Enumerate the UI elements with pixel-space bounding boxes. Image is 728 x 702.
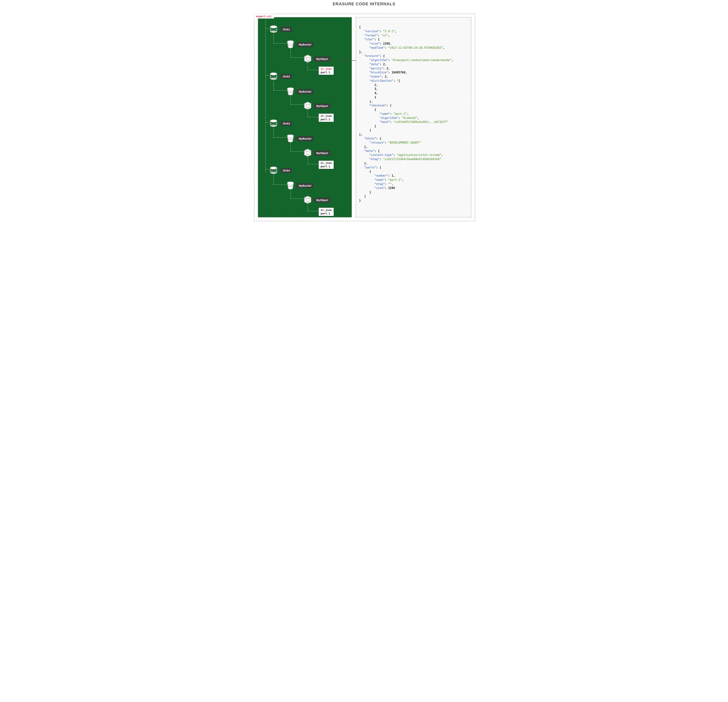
branch xyxy=(266,75,269,75)
bucket-icon xyxy=(286,181,295,190)
file-xljson: xl.json xyxy=(321,208,332,212)
file-box: xl.json part.1 xyxy=(318,161,334,169)
branch xyxy=(308,157,319,164)
bucket-label: MyBucket xyxy=(297,89,313,94)
disk-label: Disk2 xyxy=(281,74,292,79)
disk-label: Disk3 xyxy=(281,121,292,126)
file-box: xl.json part.1 xyxy=(318,113,334,122)
tree-trunk xyxy=(266,20,266,172)
disk-label: Disk1 xyxy=(281,27,292,32)
object-icon xyxy=(303,148,312,157)
bucket-label: MyBucket xyxy=(297,42,313,47)
object-label: MyObject xyxy=(314,198,330,203)
disk-icon xyxy=(269,25,278,34)
object-icon xyxy=(303,54,312,63)
branch xyxy=(308,204,319,211)
branch xyxy=(308,110,319,117)
file-part: part.1 xyxy=(321,118,332,121)
link-xljson-to-panel xyxy=(337,60,356,61)
disk-label: Disk4 xyxy=(281,168,292,173)
file-xljson: xl.json xyxy=(321,67,332,71)
branch xyxy=(290,190,304,199)
branch xyxy=(266,122,269,123)
branch xyxy=(266,169,269,169)
bucket-icon xyxy=(286,87,295,96)
disk-icon xyxy=(269,166,278,175)
branch xyxy=(273,81,287,91)
json-content: { “version”: “1.0.1”, “format”: “xl”, “s… xyxy=(359,25,468,215)
object-label: MyObject xyxy=(314,104,330,109)
file-box: xl.json part.1 xyxy=(318,208,334,216)
file-part: part.1 xyxy=(321,212,332,215)
bucket-icon xyxy=(286,134,295,143)
branch xyxy=(290,143,304,152)
object-label: MyObject xyxy=(314,151,330,156)
file-xljson: xl.json xyxy=(321,114,332,118)
branch xyxy=(308,63,319,70)
branch xyxy=(273,175,287,185)
bucket-label: MyBucket xyxy=(297,136,313,141)
object-icon xyxy=(303,195,312,204)
branch xyxy=(290,49,304,58)
branch xyxy=(273,128,287,138)
branch xyxy=(290,96,304,105)
disk-icon xyxy=(269,119,278,128)
branch xyxy=(266,28,269,29)
file-box: xl.json part.1 xyxy=(318,67,334,75)
object-label: MyObject xyxy=(314,56,330,61)
bucket-icon xyxy=(286,40,295,49)
file-part: part.1 xyxy=(321,71,332,74)
branch xyxy=(273,34,287,43)
disk-icon xyxy=(269,72,278,81)
file-part: part.1 xyxy=(321,165,332,168)
root-node: export-x1/ xyxy=(254,14,274,19)
page-title: ERASURE CODE INTERNALS xyxy=(250,1,478,6)
object-icon xyxy=(303,101,312,110)
bucket-label: MyBucket xyxy=(297,183,313,188)
file-xljson: xl.json xyxy=(321,161,332,165)
